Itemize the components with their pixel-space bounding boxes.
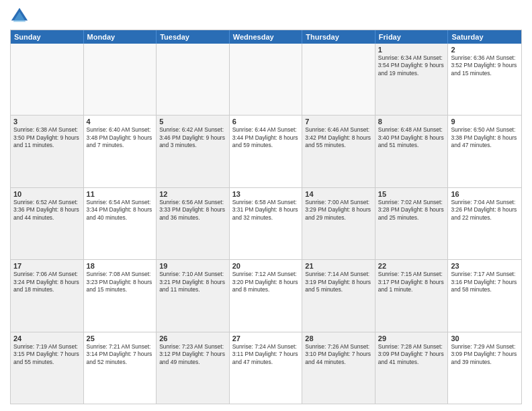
day-cell-3: 3Sunrise: 6:38 AM Sunset: 3:50 PM Daylig… <box>11 116 84 187</box>
day-number: 13 <box>232 190 300 198</box>
calendar-row-2: 10Sunrise: 6:52 AM Sunset: 3:36 PM Dayli… <box>11 187 521 259</box>
day-number: 4 <box>87 118 154 126</box>
day-number: 21 <box>305 262 372 270</box>
day-cell-26: 26Sunrise: 7:23 AM Sunset: 3:12 PM Dayli… <box>157 332 230 404</box>
day-cell-18: 18Sunrise: 7:08 AM Sunset: 3:23 PM Dayli… <box>84 260 157 331</box>
day-number: 23 <box>451 262 519 270</box>
day-number: 10 <box>13 190 81 198</box>
day-cell-24: 24Sunrise: 7:19 AM Sunset: 3:15 PM Dayli… <box>11 332 84 404</box>
day-cell-17: 17Sunrise: 7:06 AM Sunset: 3:24 PM Dayli… <box>11 260 84 331</box>
day-cell-8: 8Sunrise: 6:48 AM Sunset: 3:40 PM Daylig… <box>375 116 449 187</box>
empty-cell <box>11 44 84 115</box>
day-number: 6 <box>232 118 300 126</box>
cell-info: Sunrise: 7:08 AM Sunset: 3:23 PM Dayligh… <box>87 271 154 293</box>
cell-info: Sunrise: 7:26 AM Sunset: 3:10 PM Dayligh… <box>305 343 372 366</box>
cell-info: Sunrise: 7:28 AM Sunset: 3:09 PM Dayligh… <box>378 343 445 366</box>
day-cell-13: 13Sunrise: 6:58 AM Sunset: 3:31 PM Dayli… <box>230 188 303 259</box>
day-cell-4: 4Sunrise: 6:40 AM Sunset: 3:48 PM Daylig… <box>84 116 157 187</box>
day-cell-10: 10Sunrise: 6:52 AM Sunset: 3:36 PM Dayli… <box>11 188 84 259</box>
header-day-wednesday: Wednesday <box>230 30 303 44</box>
header-day-saturday: Saturday <box>448 30 521 44</box>
cell-info: Sunrise: 6:44 AM Sunset: 3:44 PM Dayligh… <box>232 126 300 149</box>
day-cell-9: 9Sunrise: 6:50 AM Sunset: 3:38 PM Daylig… <box>448 116 521 187</box>
day-number: 14 <box>305 190 372 198</box>
day-cell-27: 27Sunrise: 7:24 AM Sunset: 3:11 PM Dayli… <box>230 332 303 404</box>
cell-info: Sunrise: 7:06 AM Sunset: 3:24 PM Dayligh… <box>13 271 81 293</box>
calendar-body: 1Sunrise: 6:34 AM Sunset: 3:54 PM Daylig… <box>11 44 521 404</box>
day-number: 17 <box>13 262 81 270</box>
day-number: 3 <box>13 118 81 126</box>
calendar-header: SundayMondayTuesdayWednesdayThursdayFrid… <box>11 30 521 44</box>
day-number: 15 <box>378 190 445 198</box>
cell-info: Sunrise: 6:42 AM Sunset: 3:46 PM Dayligh… <box>159 126 226 149</box>
header-day-monday: Monday <box>84 30 157 44</box>
cell-info: Sunrise: 7:24 AM Sunset: 3:11 PM Dayligh… <box>232 343 300 366</box>
calendar-row-0: 1Sunrise: 6:34 AM Sunset: 3:54 PM Daylig… <box>11 44 521 115</box>
cell-info: Sunrise: 6:36 AM Sunset: 3:52 PM Dayligh… <box>451 54 519 77</box>
day-number: 30 <box>451 334 519 342</box>
day-number: 1 <box>378 46 445 54</box>
cell-info: Sunrise: 7:29 AM Sunset: 3:09 PM Dayligh… <box>451 343 519 366</box>
day-number: 25 <box>87 334 154 342</box>
day-number: 2 <box>451 46 519 54</box>
day-number: 19 <box>159 262 226 270</box>
day-number: 11 <box>87 190 154 198</box>
calendar-row-1: 3Sunrise: 6:38 AM Sunset: 3:50 PM Daylig… <box>11 115 521 187</box>
day-number: 27 <box>232 334 300 342</box>
header-day-thursday: Thursday <box>302 30 375 44</box>
cell-info: Sunrise: 6:34 AM Sunset: 3:54 PM Dayligh… <box>378 54 445 77</box>
header-day-sunday: Sunday <box>11 30 84 44</box>
calendar-row-4: 24Sunrise: 7:19 AM Sunset: 3:15 PM Dayli… <box>11 332 521 404</box>
day-cell-16: 16Sunrise: 7:04 AM Sunset: 3:26 PM Dayli… <box>448 188 521 259</box>
day-cell-20: 20Sunrise: 7:12 AM Sunset: 3:20 PM Dayli… <box>230 260 303 331</box>
day-number: 29 <box>378 334 445 342</box>
day-cell-23: 23Sunrise: 7:17 AM Sunset: 3:16 PM Dayli… <box>448 260 521 331</box>
cell-info: Sunrise: 6:58 AM Sunset: 3:31 PM Dayligh… <box>232 199 300 222</box>
day-number: 5 <box>159 118 226 126</box>
day-cell-28: 28Sunrise: 7:26 AM Sunset: 3:10 PM Dayli… <box>302 332 375 404</box>
cell-info: Sunrise: 6:40 AM Sunset: 3:48 PM Dayligh… <box>87 126 154 149</box>
empty-cell <box>302 44 375 115</box>
cell-info: Sunrise: 6:52 AM Sunset: 3:36 PM Dayligh… <box>13 199 81 222</box>
day-number: 20 <box>232 262 300 270</box>
cell-info: Sunrise: 7:15 AM Sunset: 3:17 PM Dayligh… <box>378 271 445 293</box>
cell-info: Sunrise: 7:21 AM Sunset: 3:14 PM Dayligh… <box>87 343 154 366</box>
cell-info: Sunrise: 7:19 AM Sunset: 3:15 PM Dayligh… <box>13 343 81 366</box>
day-cell-1: 1Sunrise: 6:34 AM Sunset: 3:54 PM Daylig… <box>375 44 449 115</box>
day-number: 18 <box>87 262 154 270</box>
cell-info: Sunrise: 6:54 AM Sunset: 3:34 PM Dayligh… <box>87 199 154 222</box>
cell-info: Sunrise: 6:38 AM Sunset: 3:50 PM Dayligh… <box>13 126 81 149</box>
cell-info: Sunrise: 7:17 AM Sunset: 3:16 PM Dayligh… <box>451 271 519 293</box>
day-number: 12 <box>159 190 226 198</box>
day-cell-5: 5Sunrise: 6:42 AM Sunset: 3:46 PM Daylig… <box>157 116 230 187</box>
day-cell-19: 19Sunrise: 7:10 AM Sunset: 3:21 PM Dayli… <box>157 260 230 331</box>
cell-info: Sunrise: 6:46 AM Sunset: 3:42 PM Dayligh… <box>305 126 372 149</box>
day-number: 26 <box>159 334 226 342</box>
day-cell-12: 12Sunrise: 6:56 AM Sunset: 3:33 PM Dayli… <box>157 188 230 259</box>
day-cell-22: 22Sunrise: 7:15 AM Sunset: 3:17 PM Dayli… <box>375 260 449 331</box>
cell-info: Sunrise: 7:02 AM Sunset: 3:28 PM Dayligh… <box>378 199 445 222</box>
calendar: SundayMondayTuesdayWednesdayThursdayFrid… <box>10 30 522 404</box>
empty-cell <box>157 44 230 115</box>
cell-info: Sunrise: 7:12 AM Sunset: 3:20 PM Dayligh… <box>232 271 300 293</box>
day-number: 22 <box>378 262 445 270</box>
day-number: 7 <box>305 118 372 126</box>
day-cell-15: 15Sunrise: 7:02 AM Sunset: 3:28 PM Dayli… <box>375 188 449 259</box>
day-cell-2: 2Sunrise: 6:36 AM Sunset: 3:52 PM Daylig… <box>448 44 521 115</box>
cell-info: Sunrise: 6:56 AM Sunset: 3:33 PM Dayligh… <box>159 199 226 222</box>
cell-info: Sunrise: 7:23 AM Sunset: 3:12 PM Dayligh… <box>159 343 226 366</box>
logo <box>10 7 32 26</box>
cell-info: Sunrise: 7:04 AM Sunset: 3:26 PM Dayligh… <box>451 199 519 222</box>
header-day-friday: Friday <box>375 30 449 44</box>
day-cell-29: 29Sunrise: 7:28 AM Sunset: 3:09 PM Dayli… <box>375 332 449 404</box>
day-cell-25: 25Sunrise: 7:21 AM Sunset: 3:14 PM Dayli… <box>84 332 157 404</box>
cell-info: Sunrise: 6:48 AM Sunset: 3:40 PM Dayligh… <box>378 126 445 149</box>
day-number: 24 <box>13 334 81 342</box>
header <box>10 7 522 26</box>
empty-cell <box>84 44 157 115</box>
cell-info: Sunrise: 6:50 AM Sunset: 3:38 PM Dayligh… <box>451 126 519 149</box>
cell-info: Sunrise: 7:10 AM Sunset: 3:21 PM Dayligh… <box>159 271 226 293</box>
day-cell-7: 7Sunrise: 6:46 AM Sunset: 3:42 PM Daylig… <box>302 116 375 187</box>
cell-info: Sunrise: 7:00 AM Sunset: 3:29 PM Dayligh… <box>305 199 372 222</box>
day-cell-21: 21Sunrise: 7:14 AM Sunset: 3:19 PM Dayli… <box>302 260 375 331</box>
